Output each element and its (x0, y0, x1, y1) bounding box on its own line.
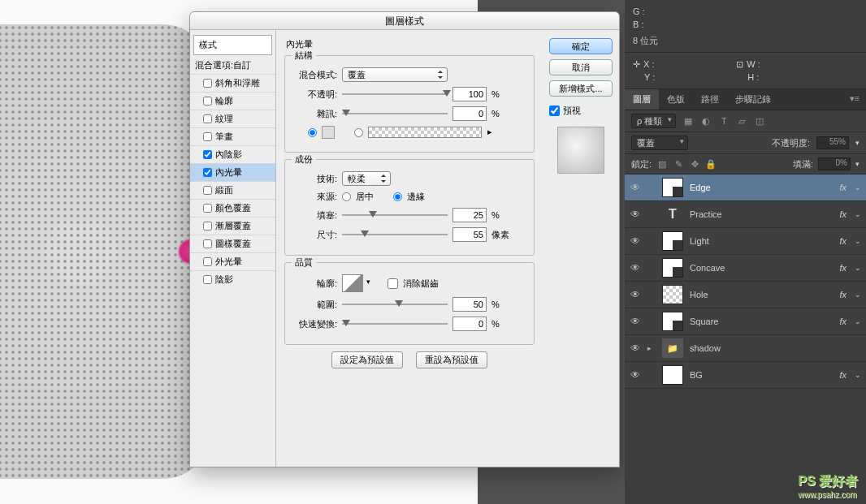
style-checkbox[interactable] (203, 275, 212, 284)
chevron-down-icon[interactable]: ▾ (855, 160, 860, 168)
blending-options[interactable]: 混合選項:自訂 (190, 57, 275, 74)
style-checkbox[interactable] (203, 97, 212, 106)
lock-position-icon[interactable]: ✥ (689, 158, 700, 170)
range-input[interactable] (452, 297, 487, 312)
panel-menu-icon[interactable]: ▾≡ (843, 89, 866, 110)
style-checkbox[interactable] (203, 257, 212, 266)
style-checkbox[interactable] (203, 114, 212, 123)
filter-shape-icon[interactable]: ▱ (736, 115, 747, 127)
filter-smart-icon[interactable]: ◫ (754, 115, 765, 127)
visibility-icon[interactable]: 👁 (630, 209, 641, 220)
noise-input[interactable] (452, 106, 487, 121)
fx-expand-icon[interactable]: ⌄ (855, 210, 861, 218)
layer-row[interactable]: 👁Holefx⌄ (625, 282, 866, 308)
layer-row[interactable]: 👁▸📁shadow (625, 335, 866, 362)
layer-row[interactable]: 👁Concavefx⌄ (625, 255, 866, 282)
filter-type-icon[interactable]: T (718, 115, 730, 127)
filter-kind-select[interactable]: ρ 種類 (631, 114, 676, 128)
style-row[interactable]: 斜角和浮雕 (190, 74, 275, 92)
fx-badge: fx (839, 290, 847, 299)
ok-button[interactable]: 確定 (549, 38, 613, 54)
styles-header[interactable]: 樣式 (193, 35, 272, 55)
range-slider[interactable] (342, 299, 448, 310)
visibility-icon[interactable]: 👁 (630, 182, 641, 193)
visibility-icon[interactable]: 👁 (630, 289, 641, 300)
style-row[interactable]: 內陰影 (190, 145, 275, 163)
style-row[interactable]: 緞面 (190, 181, 275, 199)
visibility-icon[interactable]: 👁 (630, 369, 641, 381)
technique-select[interactable]: 較柔 (342, 171, 391, 186)
jitter-slider[interactable] (342, 318, 448, 330)
size-slider[interactable] (342, 229, 448, 240)
visibility-icon[interactable]: 👁 (630, 262, 641, 274)
source-edge-radio[interactable] (393, 192, 402, 201)
tab-history[interactable]: 步驟記錄 (727, 89, 779, 110)
color-radio[interactable] (308, 128, 317, 137)
chevron-down-icon[interactable]: ▾ (855, 139, 860, 147)
style-checkbox[interactable] (203, 204, 212, 213)
style-row[interactable]: 圖樣覆蓋 (190, 235, 275, 252)
style-row[interactable]: 內光暈 (190, 163, 275, 181)
lock-pixels-icon[interactable]: ✎ (673, 158, 684, 170)
fx-expand-icon[interactable]: ⌄ (855, 371, 861, 379)
preview-checkbox[interactable] (549, 106, 560, 116)
style-row[interactable]: 紋理 (190, 110, 275, 127)
gradient-radio[interactable] (354, 128, 363, 137)
fx-expand-icon[interactable]: ⌄ (855, 291, 861, 299)
lock-all-icon[interactable]: 🔒 (705, 158, 717, 170)
style-checkbox[interactable] (203, 168, 212, 177)
style-row[interactable]: 外光暈 (190, 252, 275, 270)
reset-default-button[interactable]: 重設為預設值 (416, 351, 487, 368)
source-center-radio[interactable] (342, 192, 351, 201)
jitter-input[interactable] (452, 317, 487, 331)
filter-adjust-icon[interactable]: ◐ (700, 115, 712, 127)
tab-layers[interactable]: 圖層 (625, 89, 659, 110)
glow-color-swatch[interactable] (322, 126, 335, 139)
style-row[interactable]: 顏色覆蓋 (190, 199, 275, 217)
expand-icon[interactable]: ▸ (647, 344, 656, 352)
contour-picker[interactable] (342, 274, 363, 292)
filter-pixel-icon[interactable]: ▦ (682, 115, 694, 127)
fill-input[interactable]: 0% (818, 157, 851, 170)
visibility-icon[interactable]: 👁 (630, 316, 641, 327)
style-row[interactable]: 筆畫 (190, 127, 275, 145)
style-checkbox[interactable] (203, 132, 212, 141)
layer-row[interactable]: 👁Lightfx⌄ (625, 228, 866, 255)
size-input[interactable] (452, 227, 487, 242)
fx-expand-icon[interactable]: ⌄ (855, 183, 861, 192)
fx-expand-icon[interactable]: ⌄ (855, 317, 861, 325)
layer-row[interactable]: 👁Squarefx⌄ (625, 308, 866, 335)
lock-transparent-icon[interactable]: ▨ (656, 158, 668, 170)
tab-channels[interactable]: 色版 (659, 89, 693, 110)
fx-expand-icon[interactable]: ⌄ (855, 237, 861, 245)
style-row[interactable]: 輪廓 (190, 92, 275, 110)
blend-mode-select[interactable]: 覆蓋 (342, 67, 448, 82)
opacity-input[interactable] (452, 87, 487, 101)
fx-expand-icon[interactable]: ⌄ (855, 264, 861, 272)
style-row[interactable]: 漸層覆蓋 (190, 217, 275, 235)
choke-slider[interactable] (342, 209, 448, 221)
style-checkbox[interactable] (203, 79, 212, 88)
style-checkbox[interactable] (203, 239, 212, 248)
layer-blend-select[interactable]: 覆蓋 (631, 136, 688, 150)
visibility-icon[interactable]: 👁 (630, 342, 641, 354)
gradient-picker[interactable] (368, 127, 482, 138)
layer-row[interactable]: 👁TPracticefx⌄ (625, 201, 866, 228)
layer-row[interactable]: 👁Edgefx⌄ (625, 174, 866, 201)
opacity-slider[interactable] (342, 88, 448, 100)
layer-filter-row: ρ 種類 ▦ ◐ T ▱ ◫ (625, 110, 866, 132)
antialias-checkbox[interactable] (388, 278, 398, 289)
style-row[interactable]: 陰影 (190, 270, 275, 288)
cancel-button[interactable]: 取消 (549, 59, 613, 75)
new-style-button[interactable]: 新增樣式... (549, 80, 613, 97)
style-checkbox[interactable] (203, 222, 212, 230)
visibility-icon[interactable]: 👁 (630, 235, 641, 247)
style-checkbox[interactable] (203, 186, 212, 195)
layer-row[interactable]: 👁BGfx⌄ (625, 362, 866, 389)
layer-opacity-input[interactable]: 55% (816, 136, 849, 149)
style-checkbox[interactable] (203, 150, 212, 159)
make-default-button[interactable]: 設定為預設值 (331, 351, 403, 368)
tab-paths[interactable]: 路徑 (693, 89, 727, 110)
noise-slider[interactable] (342, 108, 448, 119)
choke-input[interactable] (452, 208, 487, 222)
